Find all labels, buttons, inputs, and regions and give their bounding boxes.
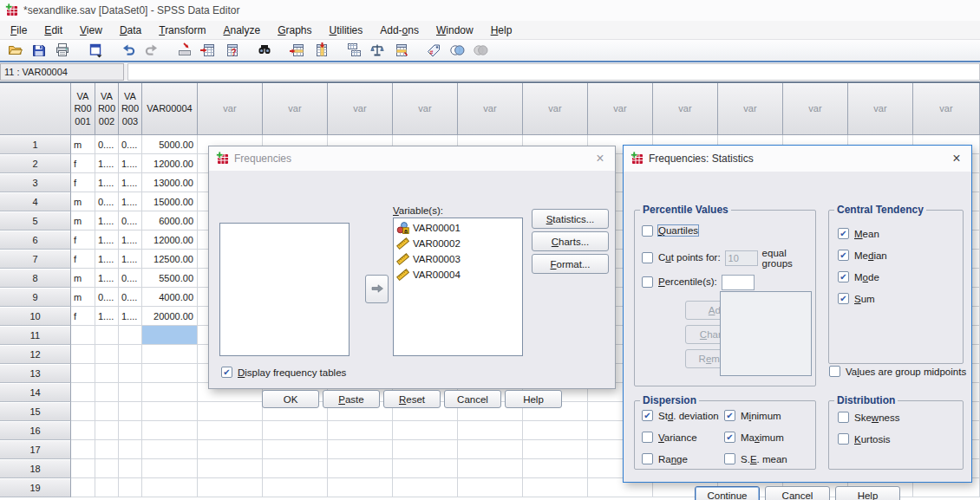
paste-button[interactable]: Paste (323, 390, 380, 408)
grid-cell[interactable]: 12500.00 (142, 250, 198, 269)
grid-cell[interactable] (142, 345, 198, 364)
row-header-14[interactable]: 14 (0, 383, 71, 402)
grid-cell[interactable]: m (71, 135, 95, 154)
continue-button[interactable]: Continue (695, 486, 760, 500)
charts-button[interactable]: Charts... (532, 231, 609, 251)
column-header-var[interactable]: var (198, 83, 263, 135)
menu-edit[interactable]: Edit (36, 22, 71, 39)
variable-item-var00001[interactable]: aVAR00001 (394, 220, 522, 236)
row-header-15[interactable]: 15 (0, 402, 71, 421)
value-labels-button[interactable]: # (421, 41, 445, 60)
grid-cell[interactable] (119, 478, 142, 497)
checkbox-cut-points-for[interactable]: Cut points for: (642, 252, 721, 263)
checked-checkbox-icon[interactable]: ✔ (838, 228, 849, 239)
row-header-19[interactable]: 19 (0, 478, 71, 497)
grid-cell[interactable] (328, 421, 393, 440)
grid-cell[interactable] (263, 478, 328, 497)
reset-button[interactable]: Reset (383, 390, 441, 408)
checkbox-skewness[interactable]: Skewness (838, 412, 899, 423)
grid-corner[interactable] (0, 83, 71, 135)
grid-cell[interactable]: 1.... (119, 154, 142, 173)
grid-cell[interactable] (119, 459, 142, 478)
grid-cell[interactable]: f (71, 154, 95, 173)
cut-points-checkbox[interactable]: Cut points for: (642, 252, 721, 265)
grid-cell[interactable] (95, 383, 119, 402)
checkbox-quartiles[interactable]: Quartiles (642, 225, 698, 237)
checkbox-minimum[interactable]: ✔Minimum (724, 410, 781, 421)
grid-cell[interactable]: 0.... (119, 135, 142, 154)
variable-item-var00003[interactable]: VAR00003 (394, 251, 522, 267)
row-header-13[interactable]: 13 (0, 364, 71, 383)
column-header-var00004[interactable]: VAR00004 (142, 83, 198, 135)
grid-cell[interactable] (393, 478, 458, 497)
grid-cell[interactable]: 1.... (95, 231, 119, 250)
close-icon[interactable]: × (589, 151, 611, 166)
menu-view[interactable]: View (71, 22, 111, 39)
grid-cell[interactable]: 13000.00 (142, 173, 198, 192)
checkbox-kurtosis[interactable]: Kurtosis (838, 433, 891, 445)
grid-cell[interactable] (95, 421, 119, 440)
grid-cell[interactable] (328, 440, 393, 459)
grid-cell[interactable] (71, 440, 95, 459)
grid-cell[interactable] (458, 459, 523, 478)
column-header-var[interactable]: var (263, 83, 328, 135)
grid-cell[interactable]: 20000.00 (142, 307, 198, 326)
grid-cell[interactable] (523, 459, 588, 478)
grid-cell[interactable]: m (71, 192, 95, 211)
show-all-variables-button[interactable] (468, 41, 492, 60)
grid-cell[interactable] (393, 421, 458, 440)
cell-editor-input[interactable] (127, 63, 980, 81)
row-header-4[interactable]: 4 (0, 192, 71, 211)
grid-cell[interactable] (95, 326, 119, 345)
grid-cell[interactable] (328, 478, 393, 497)
goto-case-button[interactable] (173, 41, 196, 60)
unchecked-checkbox-icon[interactable] (838, 412, 849, 423)
row-header-5[interactable]: 5 (0, 211, 71, 231)
grid-cell[interactable] (523, 440, 588, 459)
grid-cell[interactable] (119, 364, 142, 383)
grid-cell[interactable]: 1.... (119, 307, 142, 326)
row-header-11[interactable]: 11 (0, 326, 71, 345)
grid-cell[interactable] (71, 459, 95, 478)
help-button[interactable]: Help (505, 390, 562, 408)
checkbox-mode[interactable]: ✔Mode (838, 271, 879, 282)
row-header-18[interactable]: 18 (0, 459, 71, 478)
unchecked-checkbox-icon[interactable] (724, 453, 735, 464)
menu-file[interactable]: File (2, 22, 36, 39)
percentiles-checkbox[interactable]: Percentile(s): (642, 276, 717, 289)
row-header-10[interactable]: 10 (0, 307, 71, 326)
grid-cell[interactable]: m (71, 288, 95, 307)
row-header-7[interactable]: 7 (0, 250, 71, 269)
grid-cell[interactable]: 12000.00 (142, 231, 198, 250)
grid-cell[interactable]: 0.... (119, 288, 142, 307)
insert-variable-button[interactable] (309, 41, 332, 60)
display-frequency-tables-checkbox[interactable]: ✔Display frequency tables (221, 367, 346, 378)
checkbox-values-are-group-midpoints[interactable]: Values are group midpoints (829, 366, 966, 377)
source-variables-list[interactable] (219, 223, 350, 356)
row-header-3[interactable]: 3 (0, 173, 71, 192)
grid-cell[interactable] (142, 364, 198, 383)
grid-cell[interactable]: 12000.00 (142, 154, 198, 173)
find-button[interactable] (252, 41, 276, 60)
menu-add-ons[interactable]: Add-ons (371, 22, 428, 39)
grid-cell[interactable] (95, 364, 119, 383)
grid-cell[interactable] (142, 478, 198, 497)
grid-cell[interactable] (142, 383, 198, 402)
grid-cell[interactable]: 6000.00 (142, 211, 198, 231)
grid-cell[interactable] (119, 440, 142, 459)
grid-cell[interactable]: f (71, 307, 95, 326)
grid-cell[interactable]: 1.... (95, 173, 119, 192)
checkbox-percentile-s[interactable]: Percentile(s): (642, 276, 717, 288)
grid-cell[interactable]: f (71, 173, 95, 192)
variables-list[interactable]: aVAR00001VAR00002VAR00003VAR00004 (393, 218, 523, 356)
row-header-1[interactable]: 1 (0, 135, 71, 154)
unchecked-checkbox-icon[interactable] (642, 276, 653, 288)
grid-cell[interactable]: 0.... (95, 135, 119, 154)
grid-cell[interactable]: 0.... (119, 211, 142, 231)
menu-graphs[interactable]: Graphs (269, 22, 320, 39)
unchecked-checkbox-icon[interactable] (642, 453, 653, 464)
unchecked-checkbox-icon[interactable] (838, 433, 849, 445)
column-header-var00001[interactable]: VA R00 001 (71, 83, 95, 135)
quartiles-checkbox[interactable]: Quartiles (642, 222, 698, 239)
column-header-var[interactable]: var (783, 83, 848, 135)
